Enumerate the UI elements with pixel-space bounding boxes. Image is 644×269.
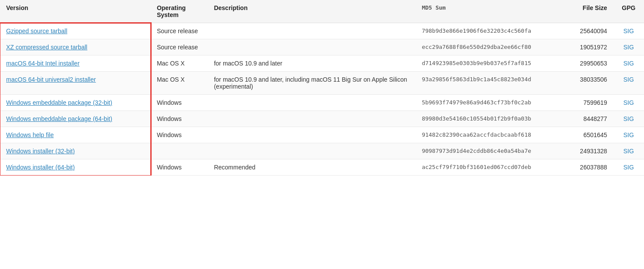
version-link[interactable]: Windows installer (32-bit) — [6, 148, 75, 155]
version-cell: Windows installer (64-bit) — [0, 159, 151, 176]
table-row: Gzipped source tarballSource release798b… — [0, 23, 644, 39]
filesize-cell: 24931328 — [566, 143, 613, 159]
version-link[interactable]: Gzipped source tarball — [6, 28, 67, 34]
md5-cell: 89980d3e54160c10554b01f2b9f0a03b — [415, 111, 566, 127]
description-cell — [208, 143, 416, 159]
table-row: macOS 64-bit universal2 installerMac OS … — [0, 72, 644, 95]
sig-link[interactable]: SIG — [623, 131, 634, 138]
filesize-cell: 19051972 — [566, 39, 613, 55]
sig-link[interactable]: SIG — [623, 148, 634, 155]
description-cell — [208, 95, 416, 111]
downloads-table: Version OperatingSystem Description MD5 … — [0, 0, 644, 176]
description-cell — [208, 23, 416, 39]
version-link[interactable]: Windows installer (64-bit) — [6, 164, 75, 171]
description-cell: for macOS 10.9 and later, including macO… — [208, 72, 416, 95]
table-wrapper: Version OperatingSystem Description MD5 … — [0, 0, 644, 176]
md5-cell: ac25cf79f710bf31601ed067ccd07deb — [415, 159, 566, 176]
sig-link[interactable]: SIG — [623, 164, 634, 171]
gpg-cell: SIG — [613, 143, 644, 159]
version-cell: Windows help file — [0, 127, 151, 143]
description-cell — [208, 39, 416, 55]
gpg-cell: SIG — [613, 111, 644, 127]
table-row: Windows embeddable package (64-bit)Windo… — [0, 111, 644, 127]
col-header-gpg: GPG — [613, 0, 644, 23]
description-cell: for macOS 10.9 and later — [208, 55, 416, 72]
version-link[interactable]: Windows embeddable package (64-bit) — [6, 115, 112, 122]
md5-cell: 93a29856f5863d1b9c1a45c8823e034d — [415, 72, 566, 95]
table-row: Windows help fileWindows91482c82390caa62… — [0, 127, 644, 143]
filesize-cell: 8448277 — [566, 111, 613, 127]
gpg-cell: SIG — [613, 127, 644, 143]
table-row: Windows installer (32-bit)90987973d91d4e… — [0, 143, 644, 159]
md5-cell: 5b9693f74979e86a9d463cf73bf0c2ab — [415, 95, 566, 111]
sig-link[interactable]: SIG — [623, 115, 634, 122]
sig-link[interactable]: SIG — [623, 28, 634, 34]
filesize-cell: 26037888 — [566, 159, 613, 176]
os-cell: Windows — [151, 127, 208, 143]
table-row: macOS 64-bit Intel installerMac OS Xfor … — [0, 55, 644, 72]
version-link[interactable]: XZ compressed source tarball — [6, 44, 87, 51]
os-cell: Windows — [151, 95, 208, 111]
os-cell: Mac OS X — [151, 55, 208, 72]
version-link[interactable]: Windows help file — [6, 131, 54, 138]
sig-link[interactable]: SIG — [623, 76, 634, 83]
version-cell: XZ compressed source tarball — [0, 39, 151, 55]
sig-link[interactable]: SIG — [623, 44, 634, 51]
col-header-md5: MD5 Sum — [415, 0, 566, 23]
col-header-os: OperatingSystem — [151, 0, 208, 23]
gpg-cell: SIG — [613, 72, 644, 95]
version-cell: Windows embeddable package (32-bit) — [0, 95, 151, 111]
version-link[interactable]: Windows embeddable package (32-bit) — [6, 99, 112, 106]
version-cell: Gzipped source tarball — [0, 23, 151, 39]
md5-cell: 91482c82390caa62accfdacbcaabf618 — [415, 127, 566, 143]
gpg-cell: SIG — [613, 95, 644, 111]
gpg-cell: SIG — [613, 39, 644, 55]
filesize-cell: 38033506 — [566, 72, 613, 95]
filesize-cell: 29950653 — [566, 55, 613, 72]
description-cell — [208, 127, 416, 143]
os-cell: Source release — [151, 39, 208, 55]
col-header-version: Version — [0, 0, 151, 23]
version-cell: macOS 64-bit universal2 installer — [0, 72, 151, 95]
download-table-container: Version OperatingSystem Description MD5 … — [0, 0, 644, 176]
col-header-filesize: File Size — [566, 0, 613, 23]
table-row: Windows embeddable package (32-bit)Windo… — [0, 95, 644, 111]
md5-cell: 798b9d3e866e1906f6e32203c4c560fa — [415, 23, 566, 39]
md5-cell: ecc29a7688f86e550d29dba2ee66cf80 — [415, 39, 566, 55]
os-cell: Windows — [151, 111, 208, 127]
filesize-cell: 6501645 — [566, 127, 613, 143]
filesize-cell: 25640094 — [566, 23, 613, 39]
os-cell: Source release — [151, 23, 208, 39]
version-cell: Windows installer (32-bit) — [0, 143, 151, 159]
description-cell: Recommended — [208, 159, 416, 176]
description-cell — [208, 111, 416, 127]
version-cell: Windows embeddable package (64-bit) — [0, 111, 151, 127]
table-row: XZ compressed source tarballSource relea… — [0, 39, 644, 55]
filesize-cell: 7599619 — [566, 95, 613, 111]
os-cell: Mac OS X — [151, 72, 208, 95]
gpg-cell: SIG — [613, 23, 644, 39]
table-row: Windows installer (64-bit)WindowsRecomme… — [0, 159, 644, 176]
md5-cell: 90987973d91d4e2cddb86c4e0a54ba7e — [415, 143, 566, 159]
md5-cell: d714923985e0303b9e9b037e5f7af815 — [415, 55, 566, 72]
os-cell — [151, 143, 208, 159]
table-header-row: Version OperatingSystem Description MD5 … — [0, 0, 644, 23]
version-link[interactable]: macOS 64-bit Intel installer — [6, 60, 80, 67]
sig-link[interactable]: SIG — [623, 60, 634, 67]
version-link[interactable]: macOS 64-bit universal2 installer — [6, 76, 96, 83]
os-cell: Windows — [151, 159, 208, 176]
table-body: Gzipped source tarballSource release798b… — [0, 23, 644, 176]
sig-link[interactable]: SIG — [623, 99, 634, 106]
version-cell: macOS 64-bit Intel installer — [0, 55, 151, 72]
col-header-description: Description — [208, 0, 416, 23]
gpg-cell: SIG — [613, 55, 644, 72]
gpg-cell: SIG — [613, 159, 644, 176]
